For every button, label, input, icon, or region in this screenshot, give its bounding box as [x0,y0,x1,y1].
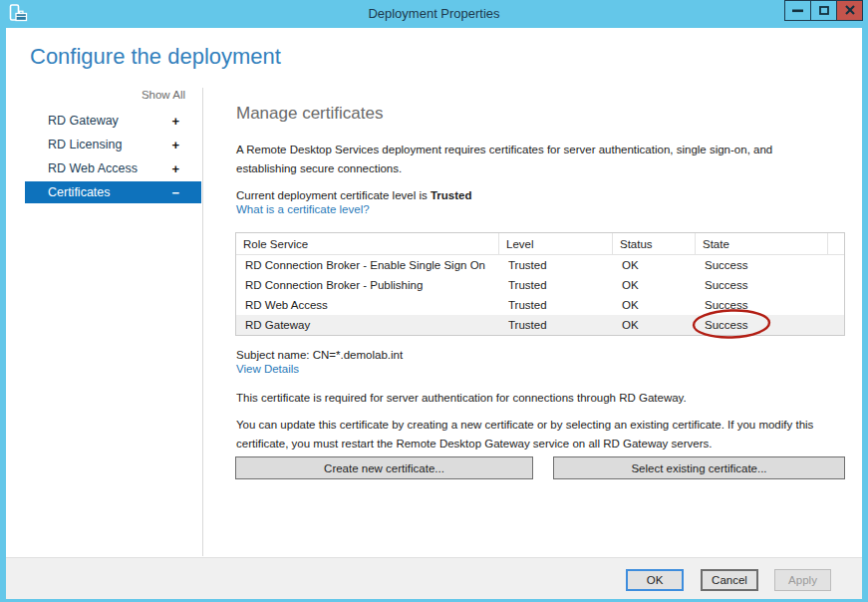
show-all-toggle[interactable]: Show All [66,89,185,101]
table-row-connection-broker-publishing[interactable]: RD Connection Broker - Publishing Truste… [236,275,844,295]
view-details-link[interactable]: View Details [236,363,299,375]
page-title: Configure the deployment [30,44,281,70]
table-row-connection-broker-sso[interactable]: RD Connection Broker - Enable Single Sig… [236,255,844,275]
cell-role-service: RD Web Access [236,295,499,315]
minimize-icon [792,3,803,18]
certificate-level-value: Trusted [431,189,472,201]
column-header-role-service: Role Service [236,233,499,254]
table-row-rd-web-access[interactable]: RD Web Access Trusted OK Success [236,295,844,315]
window-controls [785,0,863,21]
cell-role-service: RD Connection Broker - Publishing [236,275,499,295]
sidebar-item-label: Certificates [48,185,111,199]
cell-level: Trusted [499,315,613,335]
apply-button[interactable]: Apply [774,569,831,591]
create-new-certificate-button[interactable]: Create new certificate... [235,456,533,479]
expand-plus-icon: + [171,114,179,129]
certificate-level-prefix: Current deployment certificate level is [236,189,431,201]
deployment-properties-dialog: Deployment Properties [0,0,868,602]
column-header-state: State [696,233,828,254]
cell-filler [828,275,844,295]
expand-plus-icon: + [171,138,179,152]
ok-button[interactable]: OK [626,569,684,591]
close-button[interactable] [836,0,863,21]
cell-level: Trusted [499,295,613,315]
cancel-button[interactable]: Cancel [701,569,758,591]
sidebar-item-label: RD Gateway [48,114,119,128]
maximize-button[interactable] [810,0,837,21]
cell-filler [828,295,844,315]
cell-role-service: RD Connection Broker - Enable Single Sig… [236,255,499,275]
window-title: Deployment Properties [0,6,868,21]
sidebar-item-label: RD Licensing [48,138,122,151]
cell-state: Success [696,315,828,335]
sidebar-item-rd-web-access[interactable]: RD Web Access + [25,157,201,179]
column-header-status: Status [613,233,696,254]
sidebar-item-certificates[interactable]: Certificates − [25,181,201,203]
column-header-filler [828,233,844,254]
update-info-text: You can update this certificate by creat… [236,416,850,453]
cell-status: OK [613,315,696,335]
table-row-rd-gateway[interactable]: RD Gateway Trusted OK Success [236,315,844,335]
cell-filler [828,315,844,335]
column-header-level: Level [499,233,613,254]
expand-plus-icon: + [171,161,179,176]
certificates-table: Role Service Level Status State RD Conne… [235,232,845,336]
collapse-minus-icon: − [171,185,179,200]
cell-level: Trusted [499,275,613,295]
sidebar-item-rd-licensing[interactable]: RD Licensing + [25,134,201,155]
sidebar-divider [202,88,203,556]
certificate-level-help-link[interactable]: What is a certificate level? [236,203,370,215]
titlebar: Deployment Properties [0,0,868,28]
cell-state: Success [696,275,828,295]
sidebar-item-rd-gateway[interactable]: RD Gateway + [25,110,201,132]
sidebar-item-label: RD Web Access [48,161,138,175]
cell-state: Success [696,295,828,315]
cell-status: OK [613,255,696,275]
select-existing-certificate-button[interactable]: Select existing certificate... [553,456,845,479]
certificate-required-text: This certificate is required for server … [236,389,846,408]
section-title: Manage certificates [236,104,383,124]
intro-text: A Remote Desktop Services deployment req… [236,141,822,178]
close-icon [845,3,855,18]
cell-state: Success [696,255,828,275]
cell-role-service: RD Gateway [236,315,499,335]
cell-filler [828,255,844,275]
minimize-button[interactable] [784,0,811,21]
maximize-icon [819,3,829,18]
cell-status: OK [613,295,696,315]
cell-status: OK [613,275,696,295]
cell-level: Trusted [499,255,613,275]
table-header-row: Role Service Level Status State [236,233,844,255]
